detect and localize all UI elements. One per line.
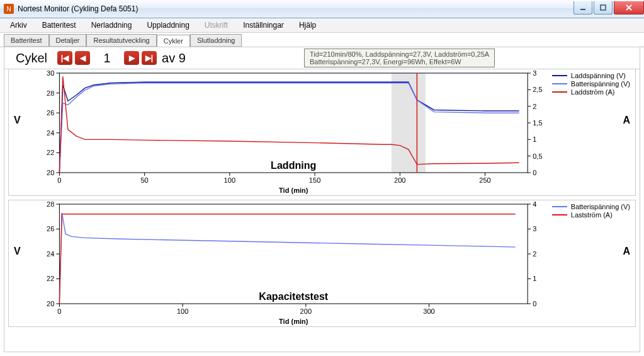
- svg-text:Laddning: Laddning: [271, 159, 316, 171]
- svg-text:250: 250: [479, 176, 490, 184]
- svg-text:28: 28: [47, 200, 54, 208]
- svg-text:100: 100: [177, 307, 188, 315]
- pager-label: Cykel: [16, 51, 47, 66]
- svg-text:22: 22: [47, 275, 54, 283]
- svg-text:100: 100: [224, 176, 235, 184]
- svg-text:Tid (min): Tid (min): [279, 318, 308, 325]
- last-button[interactable]: ▶|: [142, 51, 157, 65]
- svg-text:1: 1: [533, 135, 536, 143]
- svg-text:0: 0: [533, 169, 536, 176]
- svg-text:3: 3: [533, 69, 536, 77]
- menu-nerladdning[interactable]: Nerladdning: [84, 20, 140, 31]
- svg-text:26: 26: [47, 226, 54, 233]
- svg-text:28: 28: [47, 89, 54, 97]
- prev-icon: ◀: [80, 54, 86, 62]
- svg-text:0: 0: [57, 176, 61, 184]
- svg-text:22: 22: [47, 149, 54, 156]
- cycle-pager: Cykel |◀ ◀ 1 ▶ ▶| av 9 Tid=210min/80%, L…: [4, 47, 640, 69]
- app-icon: N: [4, 4, 14, 14]
- svg-text:50: 50: [140, 176, 148, 184]
- svg-text:200: 200: [300, 307, 312, 315]
- content-area: Cykel |◀ ◀ 1 ▶ ▶| av 9 Tid=210min/80%, L…: [4, 47, 640, 352]
- svg-text:3: 3: [533, 226, 536, 233]
- svg-text:30: 30: [47, 69, 54, 77]
- menu-hjälp[interactable]: Hjälp: [291, 20, 324, 31]
- svg-text:2: 2: [533, 103, 536, 110]
- svg-text:24: 24: [47, 129, 54, 137]
- svg-rect-4: [392, 73, 426, 173]
- tab-strip: BatteritestDetaljerResultatutvecklingCyk…: [0, 33, 644, 47]
- legend-row: Lastström (A): [552, 211, 630, 219]
- first-icon: |◀: [61, 54, 69, 62]
- pager-current: 1: [94, 51, 120, 66]
- svg-text:2,5: 2,5: [533, 86, 542, 93]
- svg-rect-1: [601, 5, 606, 10]
- svg-rect-47: [59, 204, 528, 304]
- legend-row: Batterispänning (V): [552, 80, 630, 88]
- tab-resultatutveckling[interactable]: Resultatutveckling: [86, 34, 156, 47]
- chart-panel-laddning[interactable]: 05010015020025020222426283000,511,522,53…: [8, 69, 636, 196]
- svg-text:1,5: 1,5: [533, 119, 542, 127]
- last-icon: ▶|: [145, 54, 153, 62]
- chart-kapacitetstest: 0100200300202224262801234KapacitetstestT…: [9, 200, 635, 326]
- menu-arkiv[interactable]: Arkiv: [3, 20, 35, 31]
- svg-text:Kapacitetstest: Kapacitetstest: [259, 290, 329, 302]
- svg-text:0,5: 0,5: [533, 152, 542, 160]
- svg-text:150: 150: [309, 176, 320, 184]
- legend-row: Laddström (A): [552, 88, 630, 96]
- svg-text:Tid (min): Tid (min): [279, 187, 308, 194]
- pager-total-label: av 9: [162, 51, 186, 66]
- svg-text:300: 300: [423, 307, 434, 315]
- menu-uppladdning[interactable]: Uppladdning: [139, 20, 196, 31]
- svg-text:0: 0: [533, 300, 536, 307]
- svg-text:26: 26: [47, 109, 54, 117]
- right-axis-unit-top: A: [623, 115, 630, 126]
- menu-bar: ArkivBatteritestNerladdningUppladdningUt…: [0, 18, 644, 33]
- window-title: Nortest Monitor (Cykling Defa 5051): [18, 4, 572, 13]
- chart-laddning: 05010015020025020222426283000,511,522,53…: [9, 69, 635, 195]
- tooltip-line1: Tid=210min/80%, Laddspänning=27,3V, Ladd…: [310, 50, 489, 58]
- svg-text:1: 1: [533, 275, 536, 283]
- svg-text:20: 20: [47, 169, 54, 176]
- tab-batteritest[interactable]: Batteritest: [4, 34, 49, 47]
- menu-inställningar[interactable]: Inställningar: [235, 20, 291, 31]
- svg-text:24: 24: [47, 250, 54, 258]
- minimize-button[interactable]: [573, 1, 592, 14]
- app-window: N Nortest Monitor (Cykling Defa 5051) Ar…: [0, 0, 644, 356]
- tooltip-line2: Batterispänning=27,3V, Energi=96Wh, Effe…: [310, 58, 489, 66]
- svg-text:200: 200: [394, 176, 405, 184]
- maximize-button[interactable]: [594, 1, 613, 14]
- svg-text:0: 0: [57, 307, 61, 315]
- legend-laddning: Laddspänning (V)Batterispänning (V)Ladds…: [552, 72, 630, 96]
- tab-detaljer[interactable]: Detaljer: [49, 34, 87, 47]
- legend-row: Laddspänning (V): [552, 72, 630, 79]
- next-button[interactable]: ▶: [124, 51, 139, 65]
- prev-button[interactable]: ◀: [75, 51, 90, 65]
- tab-slutladdning[interactable]: Slutladdning: [190, 34, 242, 47]
- first-button[interactable]: |◀: [57, 51, 72, 65]
- tab-cykler[interactable]: Cykler: [157, 35, 190, 47]
- legend-kapacitetstest: Batterispänning (V)Lastström (A): [552, 203, 630, 219]
- chart-zone: 05010015020025020222426283000,511,522,53…: [4, 69, 640, 352]
- svg-text:4: 4: [533, 200, 536, 208]
- close-button[interactable]: [614, 1, 644, 14]
- svg-rect-5: [59, 73, 528, 173]
- right-axis-unit-bot: A: [623, 246, 630, 257]
- svg-text:2: 2: [533, 250, 536, 258]
- chart-panel-kapacitetstest[interactable]: 0100200300202224262801234KapacitetstestT…: [8, 200, 636, 327]
- next-icon: ▶: [129, 54, 135, 62]
- title-bar: N Nortest Monitor (Cykling Defa 5051): [0, 0, 644, 18]
- menu-batteritest[interactable]: Batteritest: [35, 20, 84, 31]
- menu-utskrift: Utskrift: [197, 20, 235, 31]
- left-axis-unit-bot: V: [14, 246, 21, 257]
- legend-row: Batterispänning (V): [552, 203, 630, 210]
- svg-text:20: 20: [47, 300, 54, 307]
- left-axis-unit-top: V: [14, 115, 21, 126]
- cursor-tooltip: Tid=210min/80%, Laddspänning=27,3V, Ladd…: [304, 49, 495, 67]
